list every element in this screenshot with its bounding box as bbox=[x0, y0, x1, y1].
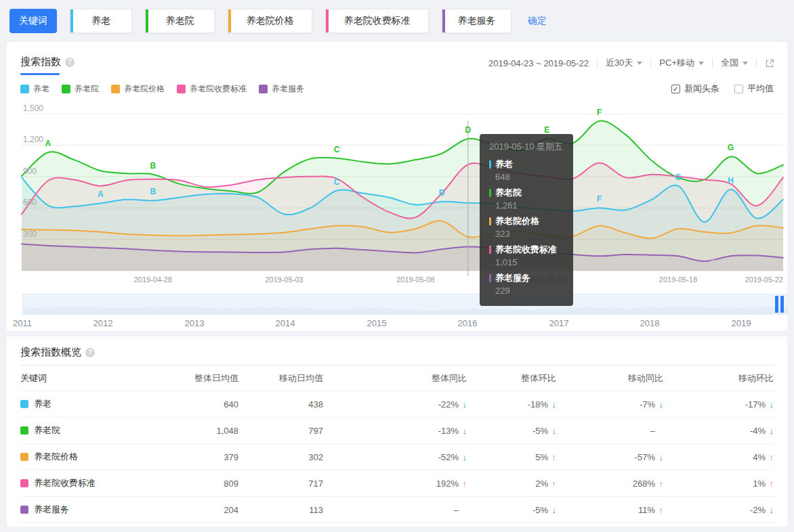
tab-active-underline bbox=[20, 73, 60, 75]
legend-swatch bbox=[20, 85, 29, 93]
event-marker-D[interactable]: D bbox=[465, 125, 472, 135]
keyword-chip[interactable]: 养老服务 bbox=[442, 9, 511, 33]
help-icon[interactable] bbox=[85, 348, 95, 357]
chevron-down-icon bbox=[743, 62, 748, 65]
legend-item[interactable]: 养老院收费标准 bbox=[177, 83, 247, 95]
col-overall-yoy: 整体同比 bbox=[323, 372, 467, 384]
slider-handle-right[interactable] bbox=[780, 296, 784, 313]
tooltip-series-name: 养老院价格 bbox=[495, 215, 539, 227]
trend-arrow-icon: ↓ bbox=[551, 399, 556, 409]
help-icon[interactable] bbox=[65, 58, 75, 67]
x-tick-label: 2019-05-03 bbox=[265, 275, 303, 284]
overall-avg-value: 379 bbox=[163, 452, 238, 462]
tab-label: 搜索指数 bbox=[20, 56, 61, 68]
timeline-noise-area bbox=[23, 307, 787, 314]
event-marker-H[interactable]: H bbox=[728, 176, 734, 185]
x-tick-label: 2019-05-18 bbox=[659, 275, 697, 284]
mobile-avg-value: 797 bbox=[238, 426, 323, 436]
table-row: 养老 640 438 -22%↓ -18%↓ -7%↓ -17%↓ bbox=[20, 391, 774, 418]
news-checkbox[interactable]: 新闻头条 bbox=[671, 83, 719, 95]
table-row: 养老服务 204 113 – -5%↓ 11%↑ -2%↓ bbox=[20, 497, 774, 523]
tooltip-item: 养老648 bbox=[489, 158, 564, 182]
mobile-yoy-value: -7%↓ bbox=[556, 399, 663, 409]
device-dropdown[interactable]: PC+移动 bbox=[659, 57, 704, 69]
mobile-mom-value: -2%↓ bbox=[663, 505, 774, 515]
confirm-link[interactable]: 确定 bbox=[528, 15, 547, 27]
trend-arrow-icon: ↓ bbox=[461, 426, 467, 436]
event-marker-A[interactable]: A bbox=[45, 139, 51, 148]
x-tick-label: 2019-05-22 bbox=[745, 275, 783, 284]
keyword-color-bar bbox=[146, 9, 148, 32]
overall-avg-value: 809 bbox=[163, 479, 238, 489]
legend-label: 养老服务 bbox=[272, 83, 304, 95]
event-marker-C[interactable]: C bbox=[334, 145, 340, 154]
event-marker-C[interactable]: C bbox=[334, 177, 340, 187]
legend-item[interactable]: 养老院价格 bbox=[111, 83, 165, 95]
range-dropdown[interactable]: 近30天 bbox=[606, 57, 642, 69]
keyword-name: 养老服务 bbox=[34, 504, 69, 516]
overview-card: 搜索指数概览 关键词 整体日均值 移动日均值 整体同比 整体环比 移动同比 移动… bbox=[7, 336, 787, 527]
keyword-chip[interactable]: 养老院价格 bbox=[228, 9, 312, 33]
event-marker-G[interactable]: G bbox=[675, 173, 681, 182]
tab-search-index[interactable]: 搜索指数 bbox=[20, 56, 75, 68]
tooltip-item: 养老院1,261 bbox=[489, 187, 564, 210]
chevron-down-icon bbox=[698, 62, 704, 65]
trend-arrow-icon: ↓ bbox=[768, 399, 774, 409]
event-marker-G[interactable]: G bbox=[728, 143, 734, 152]
table-row: 养老院 1,048 797 -13%↓ -5%↓ – -4%↓ bbox=[20, 418, 774, 444]
mobile-yoy-value: 268%↑ bbox=[556, 479, 663, 489]
overall-mom-value: 5%↑ bbox=[467, 452, 556, 462]
keyword-chip[interactable]: 养老院收费标准 bbox=[325, 9, 429, 33]
range-value: 近30天 bbox=[606, 57, 633, 69]
keyword-filter-button[interactable]: 关键词 bbox=[9, 9, 57, 33]
average-checkbox-label: 平均值 bbox=[747, 83, 774, 95]
trend-arrow-icon: ↓ bbox=[461, 452, 467, 462]
divider bbox=[597, 58, 598, 68]
overall-yoy-value: -22%↓ bbox=[323, 399, 467, 409]
y-tick-label: 600 bbox=[23, 198, 37, 207]
keyword-chip[interactable]: 养老 bbox=[70, 9, 132, 33]
keyword-swatch bbox=[20, 506, 28, 514]
tooltip-series-value: 229 bbox=[495, 286, 564, 296]
event-marker-F[interactable]: F bbox=[597, 108, 602, 117]
tooltip-series-name: 养老院 bbox=[495, 187, 522, 199]
event-marker-B[interactable]: B bbox=[150, 161, 156, 171]
region-dropdown[interactable]: 全国 bbox=[721, 57, 748, 69]
keyword-name: 养老院 bbox=[34, 424, 60, 437]
year-label: 2011 bbox=[13, 318, 32, 328]
legend-checkboxes: 新闻头条 平均值 bbox=[656, 83, 774, 95]
trend-arrow-icon: ↑ bbox=[461, 479, 467, 489]
year-label: 2014 bbox=[276, 318, 295, 328]
year-label: 2013 bbox=[185, 318, 205, 328]
slider-handle-left[interactable] bbox=[775, 296, 778, 313]
event-marker-D[interactable]: D bbox=[439, 188, 445, 198]
event-marker-B[interactable]: B bbox=[150, 187, 156, 196]
keyword-chip-label: 养老院价格 bbox=[247, 15, 294, 27]
col-keyword: 关键词 bbox=[20, 372, 163, 384]
mobile-avg-value: 438 bbox=[238, 399, 323, 409]
trend-arrow-icon: ↓ bbox=[768, 505, 774, 515]
mobile-mom-value: 4%↑ bbox=[663, 452, 774, 462]
keyword-chip[interactable]: 养老院 bbox=[145, 9, 215, 33]
legend-label: 养老院价格 bbox=[124, 83, 165, 95]
export-icon[interactable] bbox=[765, 58, 775, 68]
trend-chart[interactable]: 3006009001,2001,5002019-04-282019-05-032… bbox=[14, 102, 787, 286]
trend-arrow-icon: ↑ bbox=[551, 479, 556, 489]
year-label: 2015 bbox=[367, 318, 387, 328]
legend-item[interactable]: 养老院 bbox=[62, 83, 99, 95]
average-checkbox[interactable]: 平均值 bbox=[734, 83, 774, 95]
event-marker-A[interactable]: A bbox=[98, 190, 104, 199]
legend-swatch bbox=[259, 85, 268, 93]
legend-item[interactable]: 养老 bbox=[20, 83, 49, 95]
col-overall-avg: 整体日均值 bbox=[163, 372, 238, 384]
event-marker-F[interactable]: F bbox=[597, 194, 602, 204]
overall-yoy-value: 192%↑ bbox=[323, 479, 467, 489]
legend-swatch bbox=[111, 85, 120, 93]
news-checkbox-label: 新闻头条 bbox=[684, 83, 719, 95]
mobile-avg-value: 302 bbox=[238, 452, 323, 462]
timeline-slider[interactable] bbox=[22, 294, 788, 315]
legend-item[interactable]: 养老服务 bbox=[259, 83, 304, 95]
legend-swatch bbox=[62, 85, 70, 93]
trend-arrow-icon: ↓ bbox=[768, 426, 774, 436]
legend-label: 养老 bbox=[33, 83, 49, 95]
